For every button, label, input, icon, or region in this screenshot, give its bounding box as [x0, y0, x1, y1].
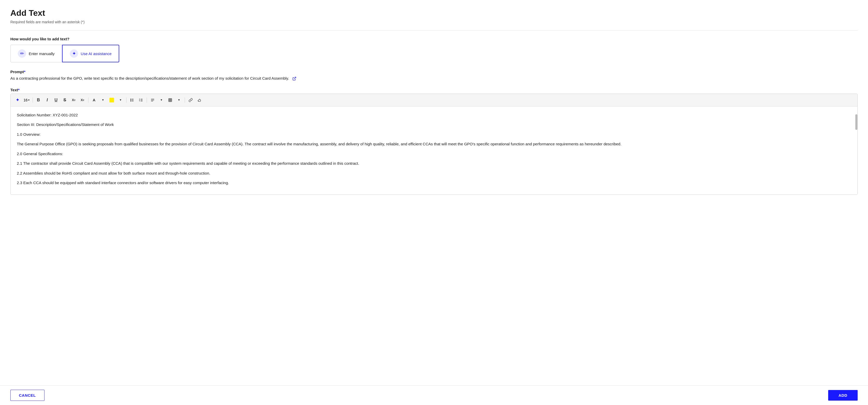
editor-toolbar: ✦ 16 ▾ B I U S X2 X2: [10, 94, 858, 106]
ai-sparkle-icon: ✦: [72, 51, 76, 56]
toolbar-ai-button[interactable]: ✦: [13, 96, 22, 104]
divider: [10, 30, 858, 31]
pencil-icon: ✏: [20, 51, 24, 56]
use-ai-assistance-button[interactable]: ✦ Use AI assistance: [62, 45, 119, 62]
toolbar-table-button[interactable]: [166, 96, 174, 104]
svg-text:3.: 3.: [139, 100, 140, 102]
input-method-question: How would you like to add text?: [10, 37, 858, 41]
text-required-star: *: [18, 88, 20, 92]
content-line-7: 2.2 Assemblies should be RoHS compliant …: [17, 170, 851, 177]
required-note: Required fields are marked with an aster…: [10, 20, 858, 24]
text-label: Text*: [10, 88, 858, 92]
svg-point-5: [130, 100, 131, 100]
highlight-color-swatch: [110, 98, 114, 102]
toolbar-subscript-button[interactable]: X2: [79, 96, 87, 104]
font-size-value: 16: [24, 98, 28, 102]
toolbar-highlight-button[interactable]: [107, 96, 116, 104]
prompt-value: As a contracting professional for the GP…: [10, 75, 858, 82]
content-line-6: 2.1 The contractor shall provide Circuit…: [17, 160, 851, 167]
svg-point-6: [130, 101, 131, 101]
svg-line-0: [294, 77, 296, 79]
align-icon: [151, 98, 155, 102]
prompt-section: Prompt* As a contracting professional fo…: [10, 69, 858, 82]
table-icon: [168, 98, 172, 102]
content-line-3: 1.0 Overview:: [17, 131, 851, 138]
toolbar-superscript-button[interactable]: X2: [69, 96, 78, 104]
svg-rect-16: [168, 98, 172, 102]
text-editor-container: ✦ 16 ▾ B I U S X2 X2: [10, 94, 858, 195]
toolbar-font-size[interactable]: 16 ▾: [22, 97, 31, 103]
content-line-1: Solicitation Number: XYZ-001-2022: [17, 112, 851, 119]
external-link-icon: [292, 76, 297, 81]
text-editor-content[interactable]: Solicitation Number: XYZ-001-2022 Sectio…: [10, 106, 858, 194]
toolbar-ordered-list-button[interactable]: 1.2.3.: [137, 96, 145, 104]
pencil-icon-wrap: ✏: [18, 50, 26, 58]
toolbar-align-dropdown[interactable]: ▾: [157, 96, 165, 104]
toolbar-link-button[interactable]: [186, 96, 195, 104]
prompt-external-link[interactable]: [291, 76, 297, 81]
toolbar-italic-button[interactable]: I: [43, 96, 52, 104]
content-line-4: The General Purpose Office (GPO) is seek…: [17, 141, 851, 148]
content-line-2: Section III: Description/Specifications/…: [17, 121, 851, 128]
toolbar-font-color-button[interactable]: A: [90, 96, 98, 104]
content-line-8: 2.3 Each CCA should be equipped with sta…: [17, 180, 851, 186]
link-icon: [189, 98, 193, 102]
toolbar-eraser-button[interactable]: [195, 96, 204, 104]
add-button[interactable]: ADD: [828, 390, 858, 401]
toolbar-separator-5: [185, 97, 185, 103]
use-ai-assistance-label: Use AI assistance: [81, 52, 112, 56]
eraser-icon: [197, 98, 202, 102]
font-size-dropdown-icon: ▾: [28, 98, 30, 101]
unordered-list-icon: [130, 98, 134, 102]
input-method-group: ✏ Enter manually ✦ Use AI assistance: [10, 45, 858, 62]
toolbar-underline-button[interactable]: U: [52, 96, 60, 104]
enter-manually-button[interactable]: ✏ Enter manually: [10, 45, 62, 62]
font-color-a: A: [93, 98, 95, 102]
toolbar-unordered-list-button[interactable]: [128, 96, 136, 104]
prompt-label: Prompt*: [10, 69, 858, 74]
toolbar-font-color-dropdown[interactable]: ▾: [99, 96, 107, 104]
content-line-5: 2.0 General Specifications:: [17, 151, 851, 157]
toolbar-highlight-dropdown[interactable]: ▾: [116, 96, 125, 104]
svg-point-4: [130, 99, 131, 99]
cancel-button[interactable]: CANCEL: [10, 390, 44, 401]
page-title: Add Text: [10, 8, 858, 18]
ai-sparkle-icon-wrap: ✦: [70, 50, 78, 58]
toolbar-table-dropdown[interactable]: ▾: [175, 96, 183, 104]
toolbar-separator-4: [147, 97, 147, 103]
editor-wrapper: Solicitation Number: XYZ-001-2022 Sectio…: [10, 106, 858, 194]
toolbar-strikethrough-button[interactable]: S: [61, 96, 69, 104]
toolbar-separator-2: [88, 97, 89, 103]
ordered-list-icon: 1.2.3.: [139, 98, 143, 102]
prompt-required-star: *: [24, 69, 26, 74]
text-section: Text* ✦ 16 ▾ B I U S: [10, 88, 858, 195]
footer-bar: CANCEL ADD: [0, 385, 868, 405]
toolbar-bold-button[interactable]: B: [34, 96, 43, 104]
editor-scrollbar-thumb[interactable]: [855, 114, 858, 130]
toolbar-align-button[interactable]: [149, 96, 157, 104]
enter-manually-label: Enter manually: [29, 52, 55, 56]
